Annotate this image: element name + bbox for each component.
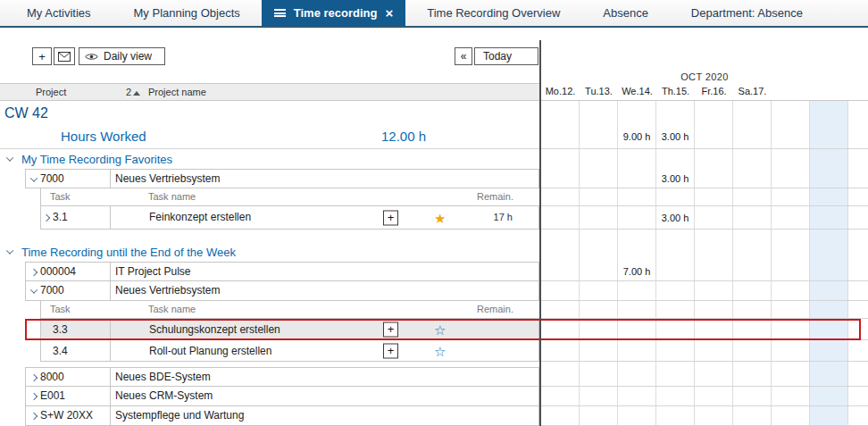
day-cell[interactable] <box>656 301 695 318</box>
day-cell[interactable] <box>772 319 810 339</box>
day-cell[interactable]: 9.00 h <box>618 125 656 148</box>
day-cell[interactable] <box>810 230 848 242</box>
day-cell[interactable] <box>541 169 580 188</box>
day-cell[interactable] <box>580 242 618 262</box>
day-cell[interactable] <box>772 230 810 242</box>
day-cell[interactable] <box>580 149 618 169</box>
day-cell[interactable] <box>695 125 733 148</box>
day-cell[interactable] <box>848 319 868 339</box>
day-cell[interactable] <box>618 242 656 262</box>
day-cell[interactable] <box>695 387 733 405</box>
day-cell[interactable] <box>772 101 810 125</box>
day-cell[interactable] <box>618 406 656 425</box>
day-cell[interactable] <box>772 367 810 386</box>
day-cell[interactable] <box>810 262 848 280</box>
day-cell[interactable] <box>810 319 848 339</box>
project-row-sw20xx[interactable]: S+W 20XX Systempflege und Wartung <box>0 406 868 426</box>
tab-absence[interactable]: Absence <box>581 0 670 26</box>
day-cell[interactable] <box>618 230 656 242</box>
day-cell[interactable] <box>580 230 618 242</box>
day-cell[interactable] <box>848 101 868 125</box>
day-cell[interactable] <box>541 319 580 339</box>
day-cell[interactable] <box>695 406 733 425</box>
day-cell[interactable] <box>695 340 733 361</box>
day-cell[interactable] <box>541 281 580 300</box>
day-cell[interactable] <box>618 387 656 405</box>
day-cell[interactable] <box>695 367 733 386</box>
day-cell[interactable] <box>656 367 695 386</box>
day-cell[interactable] <box>695 262 733 280</box>
day-cell[interactable] <box>618 206 656 229</box>
collapse-chevron-icon[interactable] <box>6 246 13 254</box>
day-cell[interactable] <box>810 125 848 148</box>
day-cell[interactable] <box>733 406 772 425</box>
column-header-project[interactable]: Project <box>36 84 66 100</box>
expand-chevron-icon[interactable] <box>30 374 38 381</box>
day-cell[interactable] <box>618 340 656 361</box>
day-cell[interactable] <box>848 406 868 425</box>
day-cell[interactable] <box>772 281 810 300</box>
day-cell[interactable] <box>810 188 848 205</box>
day-cell[interactable] <box>656 387 695 405</box>
add-time-entry-button[interactable]: + <box>383 343 398 358</box>
day-cell[interactable] <box>848 206 868 229</box>
day-cell[interactable] <box>848 125 868 148</box>
day-cell[interactable] <box>541 301 580 318</box>
expand-chevron-icon[interactable] <box>30 413 38 420</box>
day-cell[interactable] <box>848 188 868 205</box>
day-cell[interactable] <box>810 169 848 188</box>
day-cell[interactable] <box>541 206 580 229</box>
day-cell[interactable] <box>772 206 810 229</box>
day-cell[interactable] <box>810 149 848 169</box>
project-row-e001[interactable]: E001 Neues CRM-System <box>0 387 868 406</box>
day-cell[interactable] <box>541 149 580 169</box>
sort-indicator[interactable]: 2 <box>126 84 140 100</box>
day-cell[interactable] <box>772 188 810 205</box>
previous-period-button[interactable]: « <box>455 47 472 65</box>
collapse-chevron-icon[interactable] <box>30 174 38 181</box>
day-cell[interactable] <box>541 101 580 125</box>
day-cell[interactable] <box>810 406 848 425</box>
day-cell[interactable] <box>810 101 848 125</box>
day-cell[interactable] <box>733 340 772 361</box>
day-cell[interactable] <box>580 262 618 280</box>
day-cell[interactable] <box>695 281 733 300</box>
day-cell[interactable] <box>848 169 868 188</box>
day-cell[interactable] <box>695 149 733 169</box>
section-favorites[interactable]: My Time Recording Favorites <box>0 149 868 169</box>
day-cell[interactable] <box>848 367 868 386</box>
day-cell[interactable] <box>695 169 733 188</box>
day-cell[interactable] <box>541 406 580 425</box>
day-cell[interactable] <box>848 340 868 361</box>
day-cell[interactable] <box>656 188 695 205</box>
day-cell[interactable] <box>695 206 733 229</box>
day-cell[interactable] <box>656 406 695 425</box>
favorite-star-icon[interactable]: ★ <box>434 211 446 224</box>
day-cell[interactable] <box>695 188 733 205</box>
favorite-star-outline-icon[interactable]: ☆ <box>434 344 446 357</box>
day-cell[interactable] <box>580 367 618 386</box>
mail-button[interactable] <box>54 47 75 65</box>
section-end-of-week[interactable]: Time Recording until the End of the Week <box>0 242 868 262</box>
day-cell[interactable] <box>656 149 695 169</box>
day-cell[interactable] <box>656 242 695 262</box>
day-cell[interactable] <box>656 340 695 361</box>
close-tab-icon[interactable]: × <box>385 6 393 20</box>
pane-splitter[interactable] <box>539 40 541 426</box>
day-cell[interactable] <box>618 319 656 339</box>
day-cell[interactable] <box>733 242 772 262</box>
project-row-7000-favorites[interactable]: 7000 Neues Vertriebsystem 3.00 h <box>0 169 868 188</box>
day-cell[interactable] <box>618 301 656 318</box>
tab-time-recording-overview[interactable]: Time Recording Overview <box>405 0 581 26</box>
expand-chevron-icon[interactable] <box>30 269 38 276</box>
tab-my-planning-objects[interactable]: My Planning Objects <box>113 0 262 26</box>
day-cell[interactable] <box>772 149 810 169</box>
day-cell[interactable] <box>580 188 618 205</box>
day-cell[interactable]: 3.00 h <box>656 206 695 229</box>
task-row-3-3[interactable]: 3.3 Schulungskonzept erstellen + ☆ <box>0 319 868 340</box>
day-cell[interactable] <box>733 301 772 318</box>
day-cell[interactable] <box>733 367 772 386</box>
project-row-8000[interactable]: 8000 Neues BDE-System <box>0 367 868 387</box>
day-cell[interactable] <box>848 230 868 242</box>
day-cell[interactable] <box>733 262 772 280</box>
